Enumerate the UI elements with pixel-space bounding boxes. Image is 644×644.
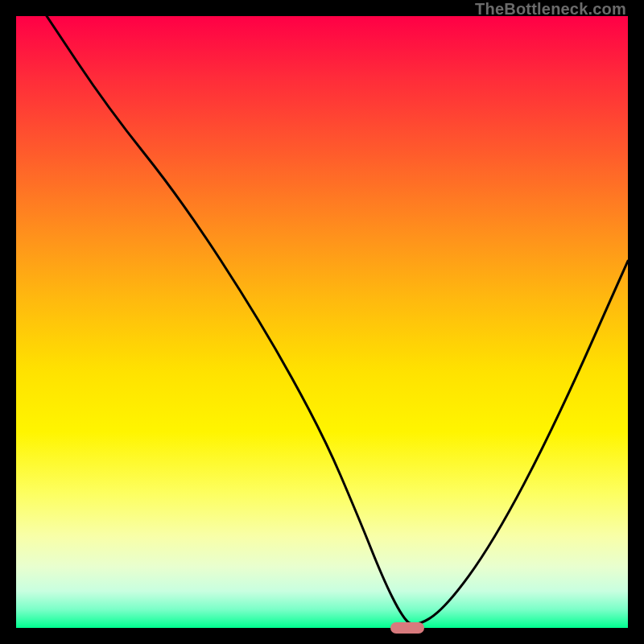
optimal-marker bbox=[390, 622, 424, 634]
chart-container: TheBottleneck.com bbox=[0, 0, 644, 644]
watermark-label: TheBottleneck.com bbox=[475, 0, 626, 19]
bottleneck-curve bbox=[16, 16, 628, 628]
